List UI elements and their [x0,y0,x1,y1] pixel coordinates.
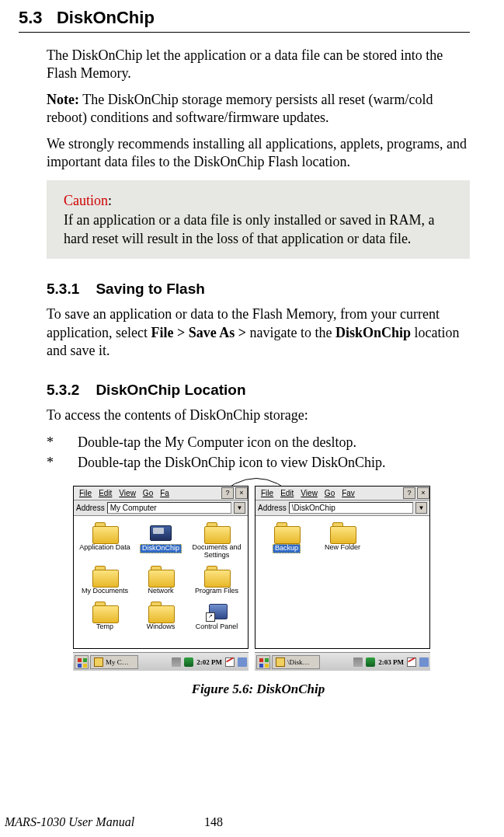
file-label: Application Data [79,544,130,552]
file-item[interactable]: Temp [77,600,133,634]
file-label: Windows [147,623,176,631]
file-label: DiskOnChip [140,544,182,553]
close-button[interactable]: × [417,487,429,499]
folder-icon [276,657,285,667]
caution-label: Caution [64,193,108,208]
folder-icon [274,522,299,542]
window-diskonchip: File Edit View Go Fav ? × Address \DiskO… [255,486,430,671]
task-button[interactable]: My C… [90,655,138,669]
list-item: * Double-tap the My Computer icon on the… [47,433,470,452]
help-button[interactable]: ? [221,487,234,499]
icon-grid: BackupNew Folder [255,516,429,563]
list-content: Double-tap the My Computer icon on the d… [78,433,470,452]
menu-edit[interactable]: Edit [96,489,115,497]
file-item[interactable]: Windows [133,600,189,634]
clock: 2:03 PM [378,658,404,666]
menu-go[interactable]: Go [322,489,338,497]
file-item[interactable]: Documents and Settings [189,521,245,563]
file-item[interactable]: Application Data [77,521,133,563]
note-text: The DiskOnChip storage memory persists a… [47,92,433,125]
subsection-1-number: 5.3.1 [47,281,79,297]
taskbar: \Disk… 2:03 PM [255,652,430,671]
start-button[interactable] [256,655,270,669]
keyboard-icon[interactable] [353,657,363,667]
file-label: Backup [273,544,301,553]
file-label: Network [148,588,173,595]
menu-view[interactable]: View [116,489,139,497]
file-item[interactable]: Control Panel [189,600,245,634]
figure-caption: Figure 5.6: DiskOnChip [47,682,470,697]
menu-edit[interactable]: Edit [277,489,297,497]
file-item[interactable]: Backup [259,521,315,556]
menu-view[interactable]: View [297,489,321,497]
system-tray: 2:02 PM [172,655,247,669]
disk-icon [148,522,173,542]
file-item[interactable]: My Documents [77,564,133,598]
file-label: Program Files [195,588,238,595]
address-label: Address [76,504,105,512]
folder-icon [148,566,173,586]
system-tray: 2:03 PM [353,655,429,669]
cpanel-icon [204,602,229,622]
folder-icon [204,566,229,586]
keyboard-icon[interactable] [172,657,181,667]
manual-title: MARS-1030 User Manual [5,815,134,829]
note-paragraph: Note: The DiskOnChip storage memory pers… [47,91,470,127]
desktop-icon[interactable] [238,657,247,667]
subsection-2-number: 5.3.2 [47,382,79,398]
file-label: Temp [96,623,113,631]
subsection-2-name: DiskOnChip Location [96,382,245,398]
menubar[interactable]: File Edit View Go Fa ? × [74,487,248,500]
list-marker: * [47,453,78,472]
address-bar: Address My Computer ▼ [74,500,248,516]
network-icon[interactable] [366,657,375,667]
section-name: DiskOnChip [57,8,155,27]
list-item: * Double-tap the DiskOnChip icon to view… [47,453,470,472]
list-marker: * [47,433,78,452]
menu-fav[interactable]: Fav [339,489,358,497]
folder-icon [92,602,117,622]
address-dropdown[interactable]: ▼ [415,502,427,514]
sub2-intro: To access the contents of DiskOnChip sto… [47,406,470,424]
close-button[interactable]: × [235,487,248,499]
address-field[interactable]: \DiskOnChip [289,502,413,514]
file-item[interactable]: New Folder [315,521,370,556]
intro-paragraph: The DiskOnChip let the application or a … [47,47,470,83]
subsection-1-name: Saving to Flash [96,281,204,297]
file-label: New Folder [325,544,360,552]
file-label: My Documents [82,588,128,595]
address-label: Address [258,504,287,512]
screenshots: File Edit View Go Fa ? × Address My Comp… [73,486,470,671]
file-item[interactable]: Network [133,564,189,598]
menu-file[interactable]: File [258,489,276,497]
caution-text: If an application or a data file is only… [64,212,434,246]
menubar[interactable]: File Edit View Go Fav ? × [255,487,429,500]
connection-icon[interactable] [225,657,235,667]
caution-box: Caution: If an application or a data fil… [47,180,470,259]
network-icon[interactable] [184,657,193,667]
file-label: Documents and Settings [189,544,245,560]
file-label: Control Panel [196,623,238,631]
help-button[interactable]: ? [403,487,415,499]
taskbar: My C… 2:02 PM [73,652,249,671]
menu-file[interactable]: File [76,489,95,497]
folder-icon [148,602,173,622]
folder-icon [330,522,355,542]
task-button[interactable]: \Disk… [272,655,320,669]
connection-icon[interactable] [407,657,416,667]
note-label: Note: [47,92,79,107]
list-content: Double-tap the DiskOnChip icon to view D… [78,453,470,472]
desktop-icon[interactable] [419,657,429,667]
address-field[interactable]: My Computer [107,502,231,514]
page-number: 148 [204,815,223,829]
caution-colon: : [108,193,112,208]
file-item[interactable]: DiskOnChip [133,521,189,563]
menu-go[interactable]: Go [140,489,156,497]
folder-icon [204,522,229,542]
menu-fav[interactable]: Fa [157,489,172,497]
address-dropdown[interactable]: ▼ [234,502,245,514]
start-button[interactable] [75,655,89,669]
icon-grid: Application DataDiskOnChipDocuments and … [74,516,248,648]
section-number: 5.3 [19,8,43,27]
file-item[interactable]: Program Files [189,564,245,598]
